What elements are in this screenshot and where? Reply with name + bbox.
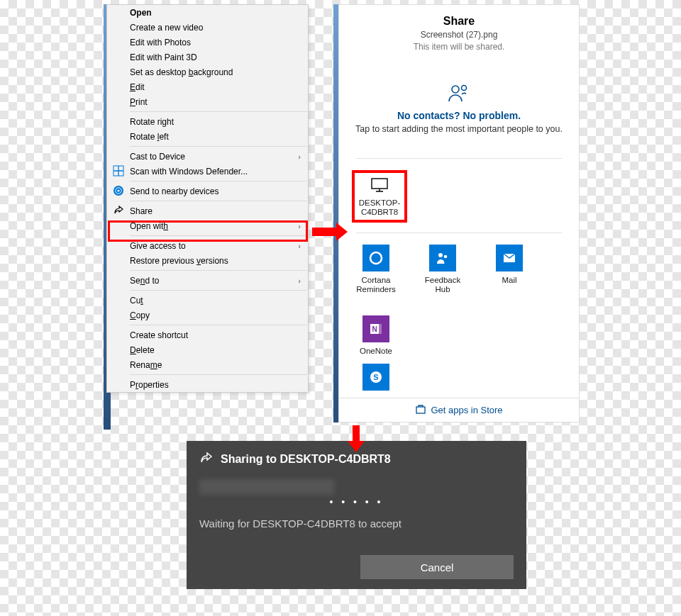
label: Send to	[130, 276, 159, 286]
annotation-arrow-to-share-panel	[312, 223, 348, 241]
ctx-edit-photos[interactable]: Edit with Photos	[107, 35, 308, 50]
separator	[130, 181, 307, 181]
ctx-restore-versions[interactable]: Restore previous versions	[107, 253, 308, 268]
share-apps-row: Cortana Reminders Feedback Hub Mail N On…	[339, 245, 579, 355]
divider	[356, 233, 563, 233]
svg-rect-13	[379, 324, 382, 334]
feedback-icon	[429, 245, 456, 271]
label: Create shortcut	[130, 330, 188, 340]
monitor-icon	[370, 177, 389, 196]
ctx-open[interactable]: Open	[107, 5, 308, 20]
no-contacts-heading: No contacts? No problem.	[397, 110, 521, 121]
svg-point-5	[462, 86, 467, 91]
label: Delete	[130, 345, 155, 355]
label: Cast to Device	[130, 152, 185, 162]
no-contacts-hint: Tap to start adding the most important p…	[347, 124, 571, 134]
separator	[130, 146, 307, 147]
cancel-label: Cancel	[421, 561, 454, 573]
sharing-toast: Sharing to DESKTOP-C4DBRT8 • • • • • Wai…	[187, 441, 526, 589]
svg-point-3	[117, 189, 119, 191]
cortana-icon	[362, 245, 389, 271]
svg-text:S: S	[373, 373, 378, 381]
onenote-icon: N	[362, 315, 389, 342]
ctx-print[interactable]: Print	[107, 94, 308, 109]
label: Copy	[130, 310, 150, 320]
ctx-edit-paint3d[interactable]: Edit with Paint 3D	[107, 50, 308, 65]
defender-shield-icon	[113, 165, 124, 177]
app-cortana[interactable]: Cortana Reminders	[353, 245, 399, 293]
get-apps-store-link[interactable]: Get apps in Store	[339, 398, 579, 422]
app-label: Cortana Reminders	[353, 276, 399, 293]
ctx-rotate-left[interactable]: Rotate left	[107, 129, 308, 144]
store-label: Get apps in Store	[431, 405, 502, 415]
ctx-cut[interactable]: Cut	[107, 293, 308, 308]
ctx-create-shortcut[interactable]: Create shortcut	[107, 327, 308, 342]
store-icon	[415, 403, 426, 417]
toast-title: Sharing to DESKTOP-C4DBRT8	[221, 453, 391, 466]
chevron-right-icon: ›	[298, 276, 301, 285]
label: Rotate right	[130, 117, 174, 127]
contacts-icon	[447, 83, 471, 106]
label: Edit with Photos	[130, 38, 191, 47]
ctx-create-video[interactable]: Create a new video	[107, 20, 308, 35]
ctx-delete[interactable]: Delete	[107, 342, 308, 357]
ctx-defender[interactable]: Scan with Windows Defender...	[107, 164, 308, 179]
ctx-properties[interactable]: Properties	[107, 377, 308, 392]
svg-point-7	[370, 252, 382, 264]
file-context-menu: Open Create a new video Edit with Photos…	[106, 4, 309, 393]
cancel-button[interactable]: Cancel	[360, 555, 514, 579]
label: Create a new video	[130, 23, 203, 33]
ctx-open-with[interactable]: Open with›	[107, 218, 308, 233]
ctx-send-to[interactable]: Send to›	[107, 273, 308, 288]
label: Edit with Paint 3D	[130, 52, 197, 62]
svg-point-4	[452, 86, 459, 93]
ctx-give-access[interactable]: Give access to›	[107, 238, 308, 253]
svg-text:N: N	[372, 325, 377, 333]
chevron-right-icon: ›	[298, 152, 301, 161]
ctx-rotate-right[interactable]: Rotate right	[107, 114, 308, 129]
app-mail[interactable]: Mail	[487, 245, 532, 293]
app-label: OneNote	[360, 347, 392, 356]
toast-waiting-text: Waiting for DESKTOP-C4DBRT8 to accept	[199, 517, 514, 530]
label: Share	[130, 206, 153, 216]
label: Restore previous versions	[130, 256, 228, 266]
app-onenote[interactable]: N OneNote	[353, 315, 399, 356]
annotation-arrow-to-toast	[348, 425, 365, 452]
app-label: Feedback Hub	[420, 276, 465, 293]
ctx-rename[interactable]: Rename	[107, 357, 308, 372]
share-icon	[199, 451, 214, 468]
app-feedback[interactable]: Feedback Hub	[420, 245, 465, 293]
label: Give access to	[130, 241, 186, 251]
app-skype[interactable]: S	[353, 364, 399, 391]
app-label: Mail	[502, 276, 516, 285]
svg-point-8	[438, 253, 443, 257]
ctx-share[interactable]: Share	[107, 203, 308, 218]
label: Rotate left	[130, 132, 169, 142]
label: Print	[130, 97, 148, 107]
svg-rect-6	[372, 179, 387, 189]
mail-icon	[496, 245, 523, 271]
share-flyout: Share Screenshot (27).png This item will…	[338, 4, 580, 422]
separator	[130, 235, 307, 236]
ctx-copy[interactable]: Copy	[107, 308, 308, 323]
share-apps-row-2: S	[339, 364, 579, 391]
label: Properties	[130, 380, 169, 390]
svg-point-9	[444, 255, 448, 259]
ctx-set-background[interactable]: Set as desktop background	[107, 65, 308, 79]
toast-blurred-filename	[199, 479, 334, 495]
ctx-cast[interactable]: Cast to Device›	[107, 149, 308, 164]
ctx-open-label: Open	[130, 8, 152, 18]
share-subtitle: This item will be shared.	[414, 42, 505, 52]
ctx-nearby[interactable]: Send to nearby devices	[107, 184, 308, 198]
share-title: Share	[443, 15, 475, 28]
label: Set as desktop background	[130, 67, 233, 77]
label: Edit	[130, 82, 145, 92]
separator	[130, 270, 307, 271]
ctx-edit[interactable]: Edit	[107, 79, 308, 94]
label: Open with	[130, 221, 168, 231]
progress-dots: • • • • •	[199, 496, 514, 508]
divider	[356, 158, 563, 159]
nearby-device-tile[interactable]: DESKTOP-C4DBRT8	[352, 170, 407, 223]
device-name: DESKTOP-C4DBRT8	[356, 198, 403, 217]
separator	[130, 374, 307, 375]
